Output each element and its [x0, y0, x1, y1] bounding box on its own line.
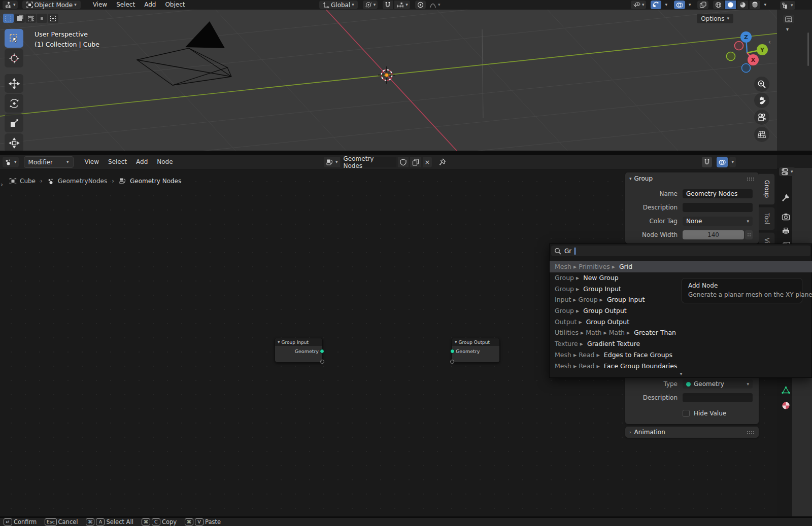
scale-tool[interactable] [5, 114, 23, 132]
more-results-arrow[interactable]: ▾ [550, 371, 812, 376]
name-input[interactable]: Geometry Nodes [683, 189, 753, 198]
color-tag-dropdown[interactable]: None ▾ [683, 217, 753, 226]
modifier-dropdown[interactable]: Modifier ▾ [24, 156, 74, 168]
node-editor-type-button[interactable]: ▾ [3, 157, 19, 167]
group-input-node[interactable]: ▾ Group Input Geometry [275, 338, 323, 363]
transform-tool[interactable] [5, 133, 23, 151]
outliner-filter-button[interactable] [783, 15, 794, 23]
animate-property-button[interactable] [745, 230, 753, 239]
orientation-dropdown[interactable]: Global ▾ [319, 1, 358, 9]
search-input[interactable]: Gr [551, 246, 810, 256]
sidebar-tab-group[interactable]: Group [759, 173, 775, 205]
breadcrumb-modifier[interactable]: GeometryNodes [58, 178, 107, 185]
overlays-dropdown[interactable]: ▾ [687, 1, 693, 9]
node-overlays-toggle[interactable] [717, 157, 728, 167]
pan-button[interactable] [754, 93, 769, 108]
shading-solid-button[interactable] [725, 1, 736, 9]
group-panel-header[interactable]: ▾ Group [625, 172, 759, 183]
select-mode-subtract-button[interactable] [25, 14, 36, 23]
hide-value-checkbox[interactable] [683, 410, 690, 417]
object-visibility-dropdown[interactable]: ▾ [631, 1, 647, 9]
geometry-input-socket[interactable] [450, 349, 455, 354]
socket-description-input[interactable] [683, 393, 753, 402]
gizmo-dropdown[interactable]: ▾ [663, 1, 669, 9]
proportional-falloff-dropdown[interactable]: ▾ [427, 1, 443, 9]
shading-wireframe-button[interactable] [713, 1, 724, 9]
properties-editor-type-button[interactable]: ▾ [779, 167, 795, 176]
select-mode-extend-button[interactable] [14, 14, 25, 23]
node-collapse-icon[interactable]: ▾ [278, 340, 280, 344]
socket-type-dropdown[interactable]: Geometry ▾ [683, 379, 753, 389]
search-result-row[interactable]: Utilities ▸ Math ▸ Math ▸ Greater Than [550, 327, 812, 338]
virtual-input-socket[interactable] [450, 360, 454, 364]
axis-negative-x[interactable] [735, 42, 743, 50]
virtual-output-socket[interactable] [320, 360, 324, 364]
animation-panel[interactable]: › Animation [625, 427, 759, 438]
node-overlays-dropdown[interactable]: ▾ [729, 157, 736, 167]
menu-select[interactable]: Select [104, 157, 131, 167]
geometry-output-socket[interactable] [320, 349, 324, 354]
shading-material-button[interactable] [737, 1, 748, 9]
cursor-tool[interactable] [5, 49, 23, 67]
toggle-orthographic-button[interactable] [754, 127, 769, 142]
object-data-properties-tab[interactable] [779, 383, 792, 397]
editor-type-button[interactable]: ▾ [3, 1, 18, 9]
snap-toggle[interactable] [383, 1, 393, 9]
search-result-row[interactable]: Mesh ▸ Primitives ▸ Grid [550, 261, 812, 272]
outliner-scrollbar[interactable] [807, 32, 809, 66]
panel-grip-icon[interactable] [747, 431, 755, 434]
show-overlays-toggle[interactable] [674, 1, 685, 9]
search-result-row[interactable]: Output ▸ Group Output [550, 316, 812, 327]
node-width-slider[interactable]: 140 [683, 230, 744, 239]
node-tree-name-field[interactable]: Geometry Nodes [342, 157, 396, 167]
sidebar-tab-tool[interactable]: Tool [759, 207, 775, 230]
options-dropdown[interactable]: Options ▾ [697, 14, 733, 23]
fake-user-toggle[interactable] [398, 157, 409, 167]
menu-node[interactable]: Node [152, 157, 177, 167]
proportional-editing-toggle[interactable] [415, 1, 426, 9]
pivot-dropdown[interactable]: ▾ [363, 1, 378, 9]
editor-divider[interactable] [0, 151, 812, 155]
pin-icon[interactable] [438, 158, 446, 166]
tool-properties-tab[interactable] [779, 191, 792, 204]
xray-toggle[interactable] [697, 1, 708, 9]
axis-negative-y[interactable] [727, 52, 735, 61]
output-properties-tab[interactable] [779, 224, 792, 237]
shading-rendered-button[interactable] [750, 1, 760, 9]
breadcrumb-tree[interactable]: Geometry Nodes [130, 178, 181, 185]
select-mode-invert-button[interactable] [37, 14, 47, 23]
node-collapse-icon[interactable]: ▾ [455, 340, 457, 344]
menu-add[interactable]: Add [140, 0, 160, 10]
show-gizmo-toggle[interactable] [651, 1, 661, 9]
search-result-row[interactable]: Mesh ▸ Read ▸ Edges to Face Groups [550, 349, 812, 361]
select-mode-new-button[interactable] [3, 14, 14, 23]
menu-add[interactable]: Add [131, 157, 152, 167]
outliner-editor-type-button[interactable]: ▾ [780, 1, 795, 10]
3d-viewport[interactable]: ▾ Object Mode ▾ View Select Add Object [0, 0, 777, 151]
group-output-node[interactable]: ▾ Group Output Geometry [452, 338, 500, 363]
search-result-row[interactable]: Mesh ▸ Read ▸ Face Group Boundaries [550, 360, 812, 371]
search-result-row[interactable]: Texture ▸ Gradient Texture [550, 338, 812, 349]
navigation-gizmo[interactable]: Z Y X [723, 28, 769, 75]
render-properties-tab[interactable] [779, 210, 792, 223]
expand-toolbar-arrow[interactable]: › [1, 181, 3, 188]
collapse-region-arrow[interactable]: ‹ [768, 39, 771, 46]
menu-object[interactable]: Object [160, 0, 189, 10]
menu-view[interactable]: View [88, 0, 112, 10]
breadcrumb-object[interactable]: Cube [20, 178, 36, 185]
rotate-tool[interactable] [5, 94, 23, 113]
unlink-datablock-button[interactable]: × [423, 157, 432, 167]
browse-node-tree-button[interactable]: ▾ [324, 157, 340, 167]
snap-with-dropdown[interactable]: ▾ [394, 1, 410, 9]
select-mode-intersect-button[interactable] [48, 14, 58, 23]
zoom-button[interactable] [754, 77, 769, 92]
panel-grip-icon[interactable] [747, 177, 755, 181]
shading-dropdown[interactable]: ▾ [762, 1, 768, 9]
select-box-tool[interactable] [5, 29, 23, 48]
copy-datablock-button[interactable] [410, 157, 421, 167]
description-input[interactable] [683, 203, 753, 212]
axis-negative-z[interactable] [742, 64, 751, 73]
search-result-row[interactable]: Group ▸ Group Output [550, 305, 812, 317]
menu-view[interactable]: View [80, 157, 104, 167]
camera-view-button[interactable] [754, 110, 769, 125]
